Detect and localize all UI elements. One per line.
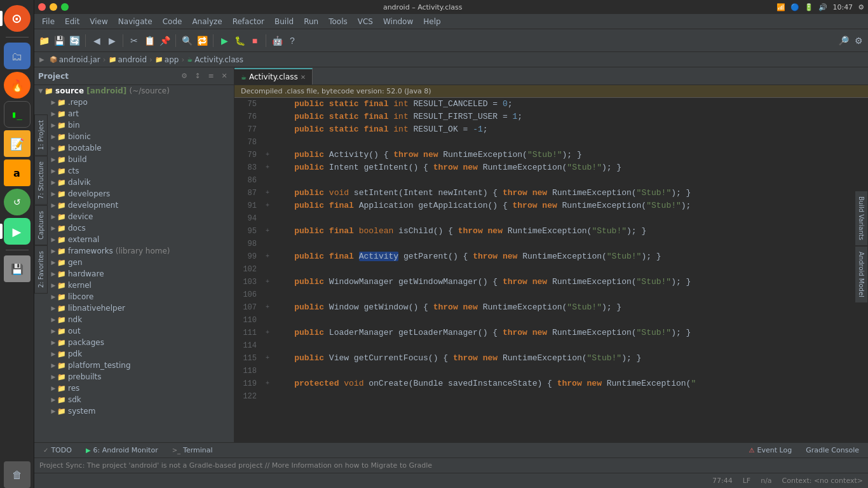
tree-item-libnativehelper[interactable]: ▶ 📁 libnativehelper [34,302,234,314]
tree-item-docs[interactable]: ▶ 📁 docs [34,222,234,234]
tree-item-prebuilts[interactable]: ▶ 📁 prebuilts [34,371,234,383]
menu-refactor[interactable]: Refactor [227,16,269,27]
tab-android-monitor[interactable]: ▶ 6: Android Monitor [79,445,165,456]
sync-btn[interactable]: 🔄 [67,34,81,48]
left-tab-favorites[interactable]: 2: Favorites [34,245,48,294]
tree-item-sdk[interactable]: ▶ 📁 sdk [34,394,234,405]
open-folder-btn[interactable]: 📁 [37,34,51,48]
tree-item-bionic[interactable]: ▶ 📁 bionic [34,131,234,142]
project-gear-btn[interactable]: ≡ [205,71,217,82]
project-sync-btn[interactable]: ↕ [192,71,203,82]
code-content[interactable]: 75 public static final int RESULT_CANCEL… [234,98,868,442]
menu-tools[interactable]: Tools [323,16,353,27]
tree-item-out[interactable]: ▶ 📁 out [34,325,234,337]
settings-icon[interactable]: ⚙ [858,3,864,11]
bc-activity-class[interactable]: ☕ Activity.class [187,55,243,64]
dock-updater[interactable]: ↺ [4,189,31,215]
run-btn[interactable]: ▶ [217,34,231,48]
menu-run[interactable]: Run [299,16,323,27]
right-tab-android-model[interactable]: Android Model [855,246,868,303]
tree-item-libcore[interactable]: ▶ 📁 libcore [34,291,234,302]
paste-btn[interactable]: 📌 [158,34,172,48]
tree-item-system[interactable]: ▶ 📁 system [34,405,234,417]
right-tab-build-variants[interactable]: Build Variants [855,191,868,246]
cut-btn[interactable]: ✂ [127,34,141,48]
tab-event-log[interactable]: ⚠ Event Log [743,445,799,456]
dock-text-editor[interactable]: 📝 [4,130,31,157]
search-btn[interactable]: 🔍 [180,34,194,48]
tree-item-hardware[interactable]: ▶ 📁 hardware [34,268,234,280]
help-btn[interactable]: ? [285,34,299,48]
menu-navigate[interactable]: Navigate [113,16,158,27]
maximize-button[interactable] [61,3,69,11]
tree-item-external[interactable]: ▶ 📁 external [34,234,234,245]
bc-android-jar[interactable]: 📦 android.jar [50,55,100,64]
minimize-button[interactable] [50,3,57,11]
menu-build[interactable]: Build [269,16,299,27]
global-search-btn[interactable]: 🔎 [836,34,850,48]
menu-file[interactable]: File [37,16,60,27]
forward-btn[interactable]: ▶ [105,34,119,48]
project-hide-btn[interactable]: ✕ [219,71,230,82]
left-tab-captures[interactable]: Captures [34,205,48,245]
bc-android[interactable]: 📁 android [109,55,147,64]
stop-btn[interactable]: ■ [248,34,262,48]
save-btn[interactable]: 💾 [52,34,66,48]
tree-item-platform-testing[interactable]: ▶ 📁 platform_testing [34,360,234,371]
menu-vcs[interactable]: VCS [353,16,378,27]
tree-item-development[interactable]: ▶ 📁 development [34,200,234,211]
settings-gear-btn[interactable]: ⚙ [851,34,865,48]
dock-terminal[interactable]: ▮_ [4,101,31,128]
bc-app-label: app [165,55,179,64]
tree-item-cts[interactable]: ▶ 📁 cts [34,165,234,177]
tree-item-frameworks[interactable]: ▶ 📁 frameworks (library home) [34,245,234,257]
menu-window[interactable]: Window [378,16,418,27]
tree-item-kernel[interactable]: ▶ 📁 kernel [34,280,234,291]
root-folder-icon: 📁 [44,87,53,95]
tree-item-bin[interactable]: ▶ 📁 bin [34,119,234,131]
dock-ubuntu[interactable]: ⊙ [4,5,31,32]
tree-item-packages[interactable]: ▶ 📁 packages [34,337,234,348]
back-btn[interactable]: ◀ [90,34,104,48]
tab-close-btn[interactable]: ✕ [301,74,306,81]
menu-view[interactable]: View [85,16,112,27]
editor-tab-activity[interactable]: ☕ Activity.class ✕ [234,68,313,85]
tab-todo[interactable]: ✓ TODO [37,445,78,456]
tree-item-bootable[interactable]: ▶ 📁 bootable [34,142,234,154]
project-settings-btn[interactable]: ⚙ [179,71,190,82]
tab-gradle-console[interactable]: Gradle Console [799,445,865,456]
menu-help[interactable]: Help [418,16,445,27]
tree-item-gen[interactable]: ▶ 📁 gen [34,257,234,268]
dock-firefox[interactable]: 🔥 [4,72,31,98]
tree-item-repo[interactable]: ▶ 📁 .repo [34,97,234,108]
tree-item-dalvik[interactable]: ▶ 📁 dalvik [34,177,234,188]
left-tab-project[interactable]: 1: Project [34,114,48,156]
dock-usb[interactable]: 💾 [4,255,31,282]
tree-item-build[interactable]: ▶ 📁 build [34,154,234,165]
bc-app[interactable]: 📁 app [155,55,179,64]
menu-analyze[interactable]: Analyze [187,16,227,27]
tree-item-device[interactable]: ▶ 📁 device [34,211,234,222]
copy-btn[interactable]: 📋 [142,34,156,48]
menu-edit[interactable]: Edit [60,16,85,27]
bin-folder-icon: 📁 [57,121,66,130]
left-tab-structure[interactable]: 7: Structure [34,156,48,205]
android-btn[interactable]: 🤖 [270,34,284,48]
dock-amazon[interactable]: a [4,159,31,186]
tab-terminal[interactable]: >_ Terminal [166,445,219,456]
replace-btn[interactable]: 🔁 [195,34,209,48]
dock-android-studio[interactable]: ▶ [4,218,31,245]
dock-files[interactable]: 🗂 [4,43,31,69]
tree-item-ndk[interactable]: ▶ 📁 ndk [34,314,234,325]
tree-item-res[interactable]: ▶ 📁 res [34,383,234,394]
close-button[interactable] [38,3,46,11]
debug-btn[interactable]: 🐛 [233,34,247,48]
dock-trash[interactable]: 🗑 [4,461,31,488]
root-label: source [android] (~/source) [55,86,170,95]
tree-item-pdk[interactable]: ▶ 📁 pdk [34,348,234,360]
tree-root[interactable]: ▼ 📁 source [android] (~/source) [34,85,234,97]
menu-code[interactable]: Code [158,16,187,27]
tree-item-developers[interactable]: ▶ 📁 developers [34,188,234,200]
dalvik-arrow-icon: ▶ [50,179,57,186]
tree-item-art[interactable]: ▶ 📁 art [34,108,234,119]
